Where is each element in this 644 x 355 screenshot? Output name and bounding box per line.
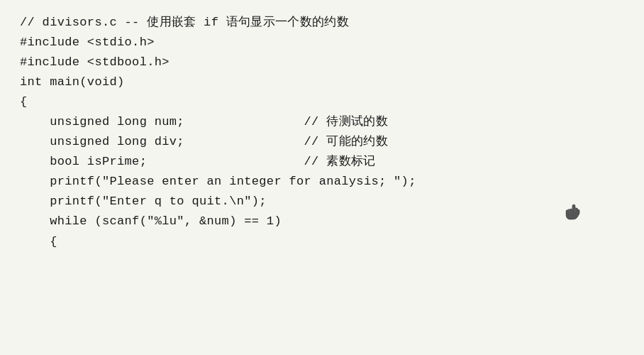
code-line-5: { [20,92,624,112]
code-line-9: bool isPrime; // 素数标记 [20,152,624,172]
code-line-12: printf("Please enter an integer for anal… [20,172,624,192]
code-line-15: { [20,232,624,252]
code-line-4: int main(void) [20,72,624,92]
code-line-7: unsigned long num; // 待测试的数 [20,112,624,132]
code-line-13: printf("Enter q to quit.\n"); [20,192,624,212]
code-editor: // divisors.c -- 使用嵌套 if 语句显示一个数的约数 #inc… [0,0,644,355]
code-line-1: // divisors.c -- 使用嵌套 if 语句显示一个数的约数 [20,13,624,33]
code-line-8: unsigned long div; // 可能的约数 [20,132,624,152]
code-line-2: #include <stdio.h> [20,33,624,53]
code-line-14: while (scanf("%lu", &num) == 1) [20,212,624,231]
code-line-3: #include <stdbool.h> [20,53,624,72]
code-content: // divisors.c -- 使用嵌套 if 语句显示一个数的约数 #inc… [20,13,624,252]
cursor-icon [564,202,584,227]
